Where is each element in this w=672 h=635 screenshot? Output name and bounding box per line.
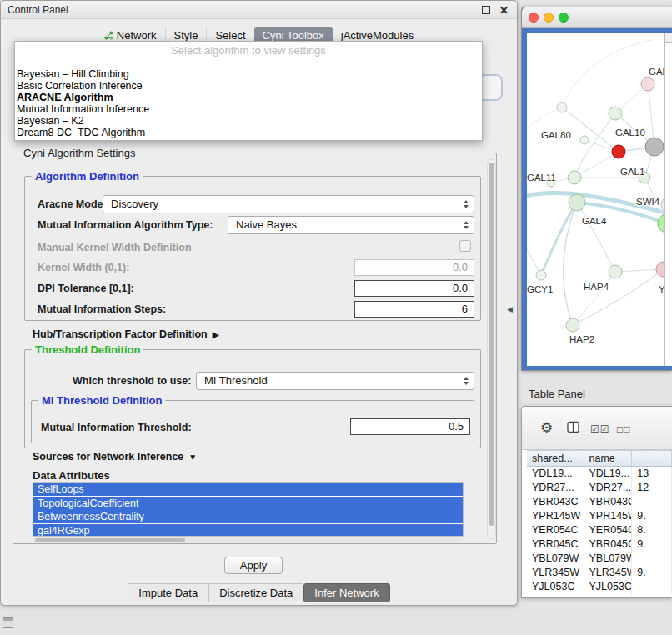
which-threshold-select[interactable]: MI Threshold (196, 372, 474, 390)
data-attributes-list: SelfLoopsTopologicalCoefficientBetweenne… (33, 482, 464, 537)
mi-threshold-input[interactable]: 0.5 (350, 418, 470, 435)
graph-node-label: GAL7 (649, 67, 665, 77)
graph-node-gal7[interactable] (641, 78, 654, 91)
splitter-collapse-icon[interactable]: ◀ (507, 305, 513, 313)
graph-node-mid[interactable] (568, 171, 581, 184)
table-row[interactable]: YBL079WYBL079W (527, 552, 672, 566)
kernel-width-label: Kernel Width (0,1): (38, 262, 129, 273)
table-cell: YDL19... (584, 467, 633, 481)
kernel-width-input[interactable]: 0.0 (354, 259, 474, 276)
table-row[interactable]: YBR045CYBR045C9. (527, 538, 672, 552)
mi-algorithm-type-label: Mutual Information Algorithm Type: (38, 219, 213, 231)
network-canvas[interactable]: GAL7GAL80GAL10GAL11GAL1SWI4GAL4GCY1HAP4Y… (527, 33, 665, 366)
hub-definition-expander[interactable]: Hub/Transcription Factor Definition▶ (33, 328, 218, 340)
tab-impute-data[interactable]: Impute Data (128, 583, 208, 602)
graph-node-label: GAL80 (541, 130, 571, 140)
algorithm-option[interactable]: Bayesian – K2 (15, 115, 482, 127)
mi-steps-label: Mutual Information Steps: (38, 303, 166, 315)
select-all-icon[interactable]: ☑☑ (590, 423, 610, 435)
dpi-tolerance-input[interactable]: 0.0 (354, 280, 474, 297)
dpi-tolerance-label: DPI Tolerance [0,1]: (38, 282, 134, 294)
tab-infer-network[interactable]: Infer Network (303, 583, 389, 602)
graph-node-label: GAL11 (527, 172, 556, 182)
table-row[interactable]: YLR345WYLR345W9. (527, 566, 672, 580)
mi-algorithm-type-select[interactable]: Naive Bayes (228, 216, 474, 234)
graph-node-label: GCY1 (527, 284, 553, 294)
graph-edge (574, 113, 615, 178)
gear-icon[interactable]: ⚙ (540, 419, 553, 437)
algorithm-option[interactable]: Dream8 DC_TDC Algorithm (15, 127, 482, 138)
attribute-item[interactable]: gal4RGexp (33, 524, 463, 538)
algorithm-option[interactable]: Bayesian – Hill Climbing (15, 68, 482, 80)
minimize-traffic-light[interactable] (544, 12, 554, 22)
graph-edge (577, 202, 615, 272)
graph-node-gal4[interactable] (569, 194, 585, 211)
graph-node-gcy1[interactable] (536, 270, 546, 280)
chevron-updown-icon (464, 377, 469, 385)
graph-node-gal10[interactable] (612, 145, 625, 158)
manual-kernel-width-label: Manual Kernel Width Definition (38, 242, 192, 253)
zoom-traffic-light[interactable] (559, 12, 569, 22)
algorithm-option[interactable]: ARACNE Algorithm (15, 92, 482, 103)
table-cell: YER054C (527, 523, 584, 538)
close-traffic-light[interactable] (529, 12, 539, 22)
aracne-mode-select[interactable]: Discovery (103, 195, 474, 213)
table-row[interactable]: YBR043CYBR043C (527, 495, 672, 509)
minimized-panel-icon[interactable] (3, 618, 13, 628)
network-graph: GAL7GAL80GAL10GAL11GAL1SWI4GAL4GCY1HAP4Y… (527, 33, 665, 366)
column-header-extra[interactable] (632, 451, 672, 466)
table-cell: YBR045C (584, 538, 633, 552)
scrollbar-corner-button[interactable] (665, 33, 672, 43)
chevron-updown-icon (464, 200, 469, 208)
mi-steps-input[interactable]: 6 (354, 301, 474, 318)
attribute-item[interactable]: TopologicalCoefficient (33, 497, 463, 510)
deselect-all-icon[interactable]: □□ (617, 423, 631, 435)
table-row[interactable]: YPR145WYPR145W9. (527, 509, 672, 523)
graph-node-label: SWI4 (636, 197, 660, 207)
graph-node-gray[interactable] (645, 138, 664, 156)
column-header-name[interactable]: name (584, 451, 633, 466)
close-icon[interactable]: ✕ (499, 4, 509, 17)
table-row[interactable]: YER054CYER054C8. (527, 523, 672, 538)
algorithm-dropdown-popup: Select algorithm to view settings Bayesi… (14, 41, 483, 141)
graph-node-hap2[interactable] (566, 318, 579, 332)
table-cell: YLR345W (584, 566, 633, 580)
sources-expander[interactable]: Sources for Network Inference▼ (33, 451, 197, 462)
node-table: shared... name YDL19...YDL19...13YDR27..… (527, 450, 672, 594)
control-panel-titlebar[interactable]: Control Panel ✕ (1, 1, 517, 19)
graph-node-label: GAL10 (615, 128, 645, 138)
network-vscrollbar[interactable] (664, 33, 672, 366)
graph-edge (562, 40, 652, 108)
graph-edge (573, 272, 615, 325)
settings-vscrollbar[interactable] (487, 159, 496, 539)
attributes-hscrollbar[interactable] (33, 538, 463, 543)
table-panel-title: Table Panel (529, 388, 585, 400)
graph-node-n-b[interactable] (557, 102, 567, 112)
float-window-icon[interactable] (482, 6, 490, 14)
table-cell: YBR043C (584, 495, 633, 509)
attribute-item[interactable]: SelfLoops (33, 482, 463, 496)
apply-button[interactable]: Apply (224, 557, 283, 574)
table-cell (632, 552, 672, 566)
table-cell: YJL053C (527, 580, 584, 594)
table-cell: YLR345W (527, 566, 584, 580)
tab-discretize-data[interactable]: Discretize Data (208, 583, 303, 602)
table-row[interactable]: YJL053CYJL053C (527, 580, 672, 594)
graph-node-hap4[interactable] (609, 265, 622, 278)
manual-kernel-width-checkbox[interactable] (459, 240, 471, 252)
graph-node-n-c[interactable] (609, 107, 622, 120)
column-chooser-icon[interactable] (567, 421, 579, 436)
table-row[interactable]: YDL19...YDL19...13 (527, 467, 672, 481)
table-cell (632, 580, 672, 594)
column-header-shared-name[interactable]: shared... (527, 451, 584, 466)
network-window-titlebar[interactable] (522, 8, 672, 28)
algorithm-option[interactable]: Basic Correlation Inference (15, 80, 482, 92)
mi-algorithm-type-value: Naive Bayes (236, 218, 297, 231)
table-cell: 9. (632, 538, 672, 552)
table-cell: 12 (632, 481, 672, 495)
table-cell: YDR27... (527, 481, 584, 495)
table-row[interactable]: YDR27...YDR27...12 (527, 481, 672, 495)
attribute-item[interactable]: BetweennessCentrality (33, 510, 463, 523)
algorithm-option[interactable]: Mutual Information Inference (15, 103, 482, 115)
graph-node-gal80[interactable] (580, 136, 589, 144)
